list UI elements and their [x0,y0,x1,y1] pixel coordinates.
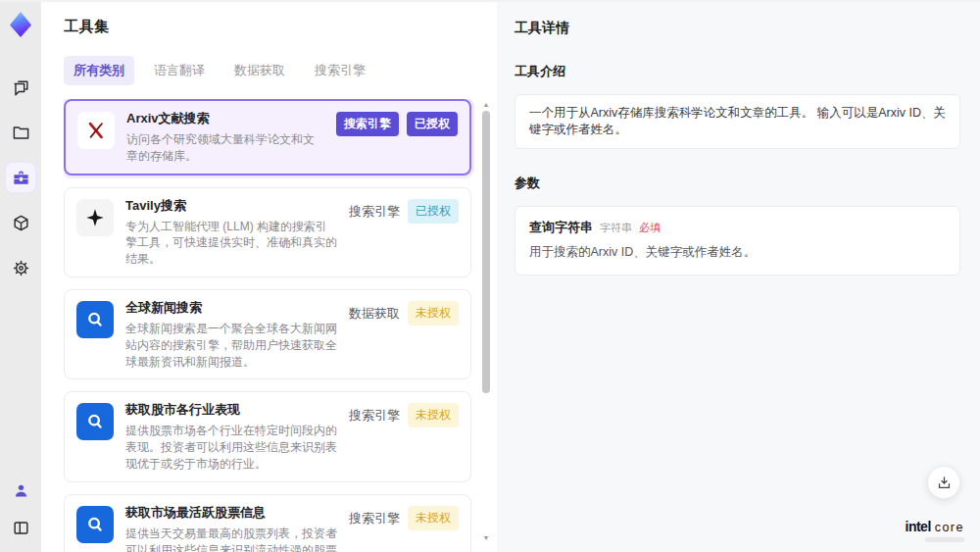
folder-icon[interactable] [6,118,35,147]
param-required-flag: 必填 [639,221,661,235]
intel-brand-text: intel [906,519,931,534]
detail-title: 工具详情 [514,20,960,37]
tool-card-tavily[interactable]: Tavily搜索 专为人工智能代理 (LLM) 构建的搜索引擎工具，可快速提供实… [64,187,471,277]
tool-card-active-stocks[interactable]: 获取市场最活跃股票信息 提供当天交易量最高的股票列表，投资者可以利用这些信息来识… [64,494,471,552]
app-logo-icon [6,10,35,39]
chat-icon[interactable] [6,73,35,102]
tool-description: 专为人工智能代理 (LLM) 构建的搜索引擎工具，可快速提供实时、准确和真实的结… [125,219,337,268]
tool-detail-panel: 工具详情 工具介绍 一个用于从Arxiv存储库搜索科学论文和文章的工具。 输入可… [497,2,980,552]
tool-description: 全球新闻搜索是一个聚合全球各大新闻网站内容的搜索引擎，帮助用户快速获取全球最新资… [125,321,337,370]
tool-card-global-news[interactable]: 全球新闻搜索 全球新闻搜索是一个聚合全球各大新闻网站内容的搜索引擎，帮助用户快速… [64,289,471,379]
param-name: 查询字符串 [529,219,593,236]
core-brand-text: core [935,521,964,534]
intel-logo-sub-badge [925,537,964,542]
tool-name: Tavily搜索 [125,197,337,215]
tool-name: Arxiv文献搜索 [126,110,324,127]
scroll-down-arrow-icon[interactable]: ▼ [481,534,491,542]
toolbox-icon-active[interactable] [6,163,35,192]
app-window: 工具集 所有类别 语言翻译 数据获取 搜索引擎 Arxiv文献搜 [0,0,980,552]
intel-core-logo: intel core [906,519,965,542]
tavily-star-icon [76,199,114,236]
download-button[interactable] [927,466,960,499]
tab-language-translation[interactable]: 语言翻译 [144,56,215,85]
category-badge: 搜索引擎 [336,112,399,136]
category-tabs: 所有类别 语言翻译 数据获取 搜索引擎 [64,56,497,85]
tab-data-fetch[interactable]: 数据获取 [224,56,295,85]
download-icon [936,475,953,491]
tool-name: 获取市场最活跃股票信息 [125,504,337,522]
stock-search-logo-icon [76,506,114,543]
intro-heading: 工具介绍 [514,63,960,80]
params-heading: 参数 [514,175,960,192]
intro-text-box: 一个用于从Arxiv存储库搜索科学论文和文章的工具。 输入可以是Arxiv ID… [514,94,960,149]
category-label: 数据获取 [349,301,400,326]
tool-list-viewport: Arxiv文献搜索 访问各个研究领域大量科学论文和文章的存储库。 搜索引擎 已授… [64,99,497,552]
category-label: 搜索引擎 [349,403,400,428]
tool-name: 全球新闻搜索 [125,299,337,317]
gear-icon[interactable] [6,253,35,282]
unauthorized-badge: 未授权 [408,403,459,427]
panel-layout-icon[interactable] [6,513,35,542]
stock-search-logo-icon [76,403,114,440]
tool-list-panel: 工具集 所有类别 语言翻译 数据获取 搜索引擎 Arxiv文献搜 [41,2,497,552]
cube-icon[interactable] [6,208,35,237]
news-search-logo-icon [76,301,114,338]
user-icon[interactable] [6,476,35,505]
authorized-badge: 已授权 [407,112,458,136]
tab-all-categories[interactable]: 所有类别 [64,56,134,85]
tool-card-sector-performance[interactable]: 获取股市各行业表现 提供股票市场各个行业在特定时间段内的表现。投资者可以利用这些… [64,391,471,481]
icon-rail [0,2,41,552]
scrollbar-thumb[interactable] [482,111,490,393]
arxiv-logo-icon [77,112,115,149]
tab-search-engine[interactable]: 搜索引擎 [305,56,375,85]
param-description: 用于搜索的Arxiv ID、关键字或作者姓名。 [529,244,946,261]
unauthorized-badge: 未授权 [408,301,459,326]
category-label: 搜索引擎 [349,199,400,225]
parameter-card: 查询字符串 字符串 必填 用于搜索的Arxiv ID、关键字或作者姓名。 [514,206,960,276]
page-title: 工具集 [64,18,497,36]
list-scrollbar[interactable]: ▲ ▼ [481,99,491,552]
unauthorized-badge: 未授权 [408,506,459,530]
authorized-badge: 已授权 [408,199,459,224]
tool-description: 提供当天交易量最高的股票列表，投资者可以利用这些信息来识别流动性强的股票和潜在的… [125,526,337,552]
tool-name: 获取股市各行业表现 [125,401,337,419]
param-type: 字符串 [600,221,632,235]
tool-description: 访问各个研究领域大量科学论文和文章的存储库。 [126,131,324,165]
scroll-up-arrow-icon[interactable]: ▲ [481,101,491,109]
tool-list: Arxiv文献搜索 访问各个研究领域大量科学论文和文章的存储库。 搜索引擎 已授… [64,99,471,552]
tool-description: 提供股票市场各个行业在特定时间段内的表现。投资者可以利用这些信息来识别表现优于或… [125,423,337,472]
tool-card-arxiv[interactable]: Arxiv文献搜索 访问各个研究领域大量科学论文和文章的存储库。 搜索引擎 已授… [64,99,471,176]
category-label: 搜索引擎 [349,506,400,531]
